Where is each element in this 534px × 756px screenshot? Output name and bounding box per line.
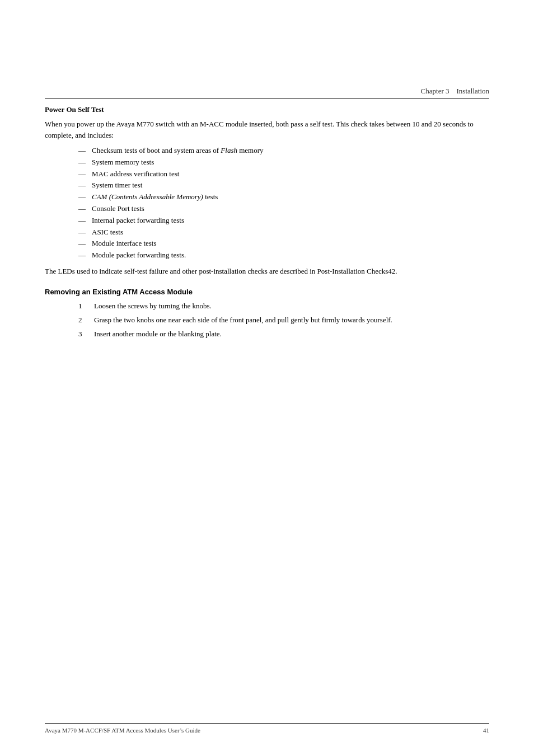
bullet-text: Module interface tests	[92, 238, 489, 250]
footer-left-text: Avaya M770 M-ACCF/SF ATM Access Modules …	[45, 727, 200, 734]
bullet-dash: —	[78, 168, 90, 180]
bullet-text: Internal packet forwarding tests	[92, 215, 489, 227]
page-footer: Avaya M770 M-ACCF/SF ATM Access Modules …	[45, 723, 489, 734]
list-item: — Console Port tests	[78, 203, 489, 215]
header-rule	[45, 98, 489, 98]
bullet-text: Console Port tests	[92, 203, 489, 215]
chapter-label: Chapter 3	[421, 87, 449, 96]
power-on-self-test-intro: When you power up the Avaya M770 switch …	[45, 119, 489, 140]
list-item: — System timer test	[78, 180, 489, 191]
bullet-dash: —	[78, 180, 90, 191]
removing-module-heading: Removing an Existing ATM Access Module	[45, 288, 489, 296]
step-text: Loosen the screws by turning the knobs.	[94, 300, 489, 312]
numbered-item: 2 Grasp the two knobs one near each side…	[78, 314, 489, 326]
flash-italic: Flash	[221, 146, 237, 154]
step-number: 2	[78, 314, 90, 326]
list-item: — MAC address verification test	[78, 168, 489, 180]
numbered-list: 1 Loosen the screws by turning the knobs…	[78, 300, 489, 340]
numbered-item: 3 Insert another module or the blanking …	[78, 328, 489, 340]
page-header: Chapter 3 Installation	[0, 87, 534, 96]
bullet-text: MAC address verification test	[92, 168, 489, 180]
list-item: — Internal packet forwarding tests	[78, 215, 489, 227]
content-area: Power On Self Test When you power up the…	[45, 105, 489, 345]
page-number: 41	[483, 727, 489, 734]
page: Chapter 3 Installation Power On Self Tes…	[0, 0, 534, 756]
list-item: — Module interface tests	[78, 238, 489, 250]
section-label: Installation	[457, 87, 490, 96]
header-spacer	[449, 87, 457, 96]
list-item: — CAM (Contents Addressable Memory) test…	[78, 191, 489, 203]
bullet-text: Checksum tests of boot and system areas …	[92, 145, 489, 157]
bullet-text: ASIC tests	[92, 227, 489, 238]
step-text: Insert another module or the blanking pl…	[94, 328, 489, 340]
bullet-dash: —	[78, 203, 90, 215]
leds-closing-text: The LEDs used to indicate self-test fail…	[45, 266, 489, 277]
removing-module-section: Removing an Existing ATM Access Module 1…	[45, 288, 489, 340]
step-text: Grasp the two knobs one near each side o…	[94, 314, 489, 326]
step-number: 1	[78, 300, 90, 312]
bullet-list: — Checksum tests of boot and system area…	[78, 145, 489, 261]
bullet-dash: —	[78, 157, 90, 168]
list-item: — System memory tests	[78, 157, 489, 168]
bullet-text: System timer test	[92, 180, 489, 191]
list-item: — Checksum tests of boot and system area…	[78, 145, 489, 157]
bullet-text: CAM (Contents Addressable Memory) tests	[92, 191, 489, 203]
bullet-dash: —	[78, 215, 90, 227]
numbered-item: 1 Loosen the screws by turning the knobs…	[78, 300, 489, 312]
power-on-self-test-section: Power On Self Test When you power up the…	[45, 105, 489, 276]
list-item: — Module packet forwarding tests.	[78, 250, 489, 261]
power-on-self-test-title: Power On Self Test	[45, 105, 489, 114]
bullet-text: System memory tests	[92, 157, 489, 168]
bullet-dash: —	[78, 145, 90, 157]
bullet-dash: —	[78, 238, 90, 250]
cam-italic: CAM (Contents Addressable Memory)	[92, 192, 203, 201]
bullet-dash: —	[78, 191, 90, 203]
bullet-text: Module packet forwarding tests.	[92, 250, 489, 261]
list-item: — ASIC tests	[78, 227, 489, 238]
bullet-dash: —	[78, 227, 90, 238]
bullet-dash: —	[78, 250, 90, 261]
step-number: 3	[78, 328, 90, 340]
